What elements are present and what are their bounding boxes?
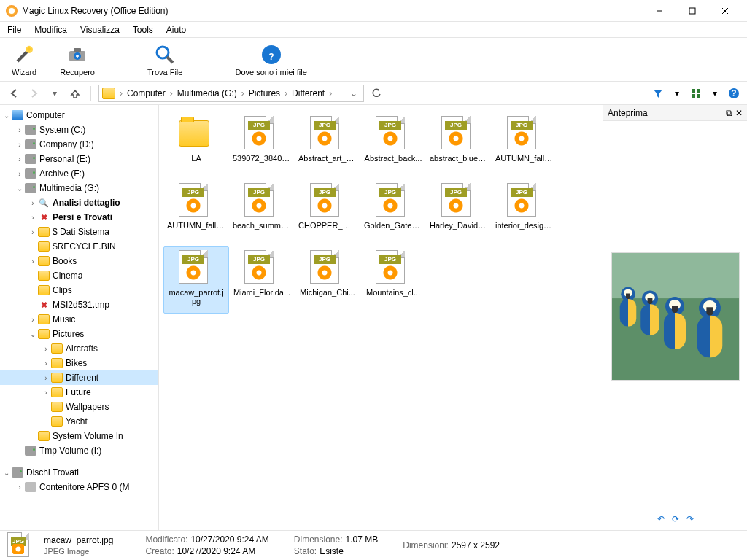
view-dropdown[interactable]: ▾ [708,86,722,101]
jpg-icon: JPG [441,183,471,217]
expand-icon[interactable]: › [15,483,25,491]
folder-item[interactable]: LA [163,112,229,179]
maximize-button[interactable] [676,0,708,22]
tree-bikes[interactable]: › Bikes [0,356,158,370]
expand-icon[interactable]: › [41,359,51,368]
collapse-icon[interactable]: ⌄ [1,112,12,120]
expand-icon[interactable]: › [15,170,25,178]
file-item[interactable]: JPG interior_design... [492,179,557,246]
crumb-computer[interactable]: Computer [124,88,169,98]
expand-icon[interactable]: › [28,214,38,222]
menu-edit[interactable]: Modifica [33,23,69,36]
refresh-button[interactable] [368,85,384,101]
popout-button[interactable]: ⧉ [726,108,732,118]
chevron-down-icon[interactable]: ⌄ [347,88,360,98]
back-button[interactable] [6,85,22,101]
tree-tmp-file[interactable]: ✖ MSI2d531.tmp [0,298,158,312]
collapse-icon[interactable]: ⌄ [1,469,12,477]
expand-icon[interactable]: › [28,257,38,265]
tree-sysvol[interactable]: System Volume In [0,429,158,443]
expand-icon[interactable]: › [15,141,25,149]
tree-yacht[interactable]: Yacht [0,414,158,429]
tree-persi[interactable]: › ✖ Persi e Trovati [0,210,158,225]
file-item[interactable]: JPG Abstract_art_b... [295,112,360,179]
find-button[interactable]: Trova File [143,42,187,78]
tree-clips[interactable]: Clips [0,283,158,298]
crumb-pictures[interactable]: Pictures [246,88,283,98]
file-grid[interactable]: LA JPG 539072_3840x... JPG Abstract_art_… [159,105,603,530]
refresh-preview-button[interactable]: ⟳ [672,514,679,524]
tree-aircrafts[interactable]: › Aircrafts [0,341,158,356]
menu-tools[interactable]: Tools [131,23,155,36]
tree-drive-i[interactable]: Tmp Volume (I:) [0,443,158,458]
file-item[interactable]: JPG AUTUMN_fall_... [163,179,229,246]
view-button[interactable] [689,86,703,101]
crumb-drive[interactable]: Multimedia (G:) [174,88,240,98]
menu-file[interactable]: File [6,23,23,36]
breadcrumb[interactable]: › Computer › Multimedia (G:) › Pictures … [98,85,364,102]
tree-cinema[interactable]: Cinema [0,268,158,283]
forward-button[interactable] [26,85,42,101]
window-title: Magic Linux Recovery (Office Edition) [22,6,643,16]
menu-help[interactable]: Aiuto [165,23,187,36]
where-button[interactable]: ? Dove sono i miei file [231,42,311,78]
nav-row: ▾ › Computer › Multimedia (G:) › Picture… [0,82,747,105]
recovery-button[interactable]: Recupero [55,42,99,78]
up-button[interactable] [67,85,83,101]
tree-future[interactable]: › Future [0,385,158,400]
wizard-button[interactable]: Wizard [7,42,41,78]
rotate-right-button[interactable]: ↷ [686,514,694,524]
file-item[interactable]: JPG Abstract_back... [360,112,426,179]
tree-music[interactable]: › Music [0,312,158,327]
expand-icon[interactable]: › [41,374,51,382]
expand-icon[interactable]: › [28,228,38,236]
file-item[interactable]: JPG Harley_Davids... [426,179,492,246]
tree-drive-c[interactable]: › System (C:) [0,122,158,137]
jpg-icon: JPG [376,250,405,284]
tree-dati[interactable]: › $ Dati Sistema [0,225,158,239]
tree-pictures[interactable]: ⌄ Pictures [0,327,158,341]
tree-books[interactable]: › Books [0,254,158,268]
expand-icon[interactable]: › [15,155,25,163]
filter-dropdown[interactable]: ▾ [670,86,684,101]
tree-drive-f[interactable]: › Archive (F:) [0,166,158,181]
expand-icon[interactable]: › [28,316,38,324]
tree-drive-e[interactable]: › Personal (E:) [0,152,158,166]
file-item[interactable]: JPG Golden_Gate_f... [360,179,426,246]
where-label: Dove sono i miei file [235,68,306,77]
tree-drive-g[interactable]: ⌄ Multimedia (G:) [0,181,158,195]
tree-apfs[interactable]: › Contenitore APFS 0 (M [0,480,158,494]
expand-icon[interactable]: › [15,126,25,134]
file-item[interactable]: JPG Michigan_Chi... [295,246,360,314]
file-item[interactable]: JPG Miami_Florida... [229,246,295,314]
expand-icon[interactable]: › [41,345,51,353]
tree-drive-d[interactable]: › Company (D:) [0,137,158,152]
crumb-different[interactable]: Different [289,88,328,98]
minimize-button[interactable] [643,0,676,22]
history-dropdown[interactable]: ▾ [47,85,63,101]
file-item[interactable]: JPG Mountains_cl... [360,246,426,314]
collapse-icon[interactable]: ⌄ [15,184,25,192]
tree-recycle[interactable]: $RECYCLE.BIN [0,239,158,254]
close-button[interactable] [708,0,741,22]
help-button[interactable]: ? [727,86,741,101]
close-preview-button[interactable]: ✕ [735,108,743,118]
filter-button[interactable] [651,86,665,101]
file-item[interactable]: JPG abstract_blue_... [426,112,492,179]
tree-wallpapers[interactable]: Wallpapers [0,400,158,414]
folder-tree[interactable]: ⌄ Computer › System (C:) › Company (D:) … [0,105,159,530]
collapse-icon[interactable]: ⌄ [28,330,38,338]
file-item[interactable]: JPG 539072_3840x... [229,112,295,179]
file-item[interactable]: JPG AUTUMN_fall_... [492,112,557,179]
tree-analisi[interactable]: › 🔍 Analisi dettaglio [0,195,158,210]
file-item[interactable]: JPG beach_summe... [229,179,295,246]
tree-different[interactable]: › Different [0,370,158,385]
file-item-selected[interactable]: JPG macaw_parrot.jpg [163,246,229,314]
tree-found-disks[interactable]: ⌄ Dischi Trovati [0,465,158,480]
expand-icon[interactable]: › [28,199,38,207]
tree-computer[interactable]: ⌄ Computer [0,108,158,122]
menu-view[interactable]: Visualizza [79,23,121,36]
file-item[interactable]: JPG CHOPPER_mo... [295,179,360,246]
expand-icon[interactable]: › [41,389,51,397]
rotate-left-button[interactable]: ↶ [657,514,665,524]
